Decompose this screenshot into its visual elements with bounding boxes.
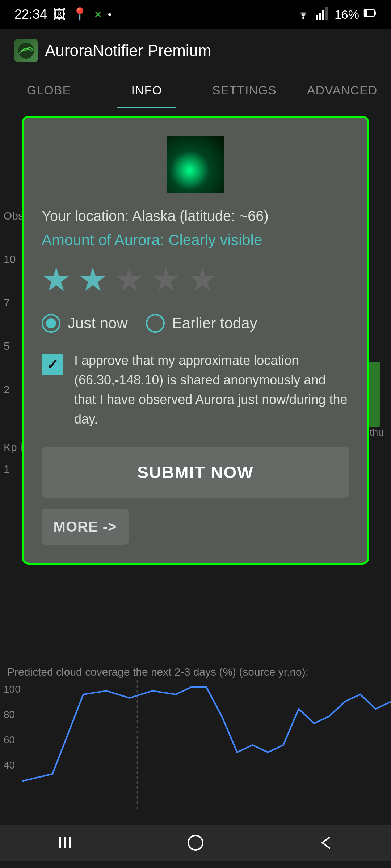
radio-earlier-today[interactable]: Earlier today <box>146 314 257 333</box>
cloud-y-100: 100 <box>4 684 21 695</box>
aurora-thumbnail <box>167 136 224 193</box>
consent-checkbox-row: ✓ I approve that my approximate location… <box>42 351 349 429</box>
svg-point-0 <box>302 17 304 19</box>
thu-label: thu <box>370 427 384 438</box>
star-3[interactable]: ★ <box>115 263 144 296</box>
star-rating[interactable]: ★ ★ ★ ★ ★ <box>42 263 349 296</box>
kp-value-1: 1 <box>4 463 10 475</box>
tab-advanced[interactable]: ADVANCED <box>293 72 391 108</box>
status-bar: 22:34 🖼 📍 ✕ • 16% <box>0 0 391 29</box>
svg-rect-2 <box>319 13 321 20</box>
signal-icon <box>316 7 330 22</box>
y-label-7: 7 <box>4 297 10 309</box>
tab-info[interactable]: INFO <box>98 72 196 108</box>
y-label-2: 2 <box>4 383 10 396</box>
cloud-coverage-section: Predicted cloud coverage the next 2-3 da… <box>0 662 391 810</box>
dot-indicator: • <box>108 9 112 20</box>
svg-rect-4 <box>325 7 328 20</box>
svg-rect-17 <box>188 835 203 850</box>
nav-recents-button[interactable] <box>43 828 87 857</box>
wifi-icon <box>295 7 311 22</box>
aurora-amount-label: Amount of Aurora: <box>42 231 164 248</box>
battery-percent: 16% <box>335 8 359 22</box>
consent-checkbox[interactable]: ✓ <box>42 354 63 375</box>
nav-home-button[interactable] <box>174 828 217 857</box>
consent-text: I approve that my approximate location (… <box>74 351 349 429</box>
aurora-amount-value: Clearly visible <box>168 231 262 248</box>
y-label-obs: Obs <box>4 210 24 222</box>
cloud-coverage-text: Predicted cloud coverage the next 2-3 da… <box>0 662 391 680</box>
svg-rect-6 <box>374 11 376 15</box>
svg-rect-3 <box>322 10 324 20</box>
time-display: 22:34 <box>14 7 47 22</box>
location-text: Your location: Alaska (latitude: ~66) <box>42 208 349 224</box>
radio-just-now-circle[interactable] <box>42 314 60 333</box>
star-2[interactable]: ★ <box>78 263 108 296</box>
cloud-chart: 100 80 60 40 <box>0 680 391 810</box>
status-left: 22:34 🖼 📍 ✕ • <box>14 7 112 22</box>
submit-button[interactable]: SUBMIT NOW <box>42 447 349 498</box>
tab-settings[interactable]: SETTINGS <box>196 72 293 108</box>
radio-earlier-today-circle[interactable] <box>146 314 165 333</box>
checkmark-icon: ✓ <box>46 356 59 373</box>
kp-label: Kp i <box>4 441 22 454</box>
tab-globe[interactable]: GLOBE <box>0 72 98 108</box>
location-icon: 📍 <box>72 7 88 22</box>
star-1[interactable]: ★ <box>42 263 71 296</box>
svg-rect-1 <box>316 15 318 20</box>
cloud-y-60: 60 <box>4 734 15 746</box>
status-right: 16% <box>295 7 377 22</box>
aurora-observation-dialog: Your location: Alaska (latitude: ~66) Am… <box>22 116 369 565</box>
cloud-y-40: 40 <box>4 760 15 771</box>
time-radio-group: Just now Earlier today <box>42 314 349 333</box>
navigation-bar <box>0 825 391 861</box>
radio-just-now[interactable]: Just now <box>42 314 128 333</box>
y-label-5: 5 <box>4 340 10 352</box>
cloud-chart-svg <box>22 680 391 810</box>
app-icon-small: ✕ <box>94 9 102 21</box>
svg-rect-15 <box>64 837 66 848</box>
radio-just-now-label: Just now <box>68 315 128 332</box>
svg-rect-14 <box>59 837 61 848</box>
star-5[interactable]: ★ <box>188 263 217 296</box>
svg-rect-16 <box>69 837 71 848</box>
app-title: AuroraNotifier Premium <box>45 42 211 60</box>
cloud-y-80: 80 <box>4 709 15 720</box>
nav-back-button[interactable] <box>304 828 348 857</box>
app-logo <box>14 39 38 62</box>
y-label-10: 10 <box>4 253 16 265</box>
photo-icon: 🖼 <box>53 7 66 22</box>
tab-bar: GLOBE INFO SETTINGS ADVANCED <box>0 72 391 109</box>
star-4[interactable]: ★ <box>151 263 181 296</box>
more-button[interactable]: MORE -> <box>42 509 129 545</box>
radio-earlier-today-label: Earlier today <box>172 315 257 332</box>
svg-rect-7 <box>365 10 367 16</box>
aurora-amount: Amount of Aurora: Clearly visible <box>42 231 349 249</box>
app-bar: AuroraNotifier Premium <box>0 29 391 72</box>
battery-icon <box>363 7 377 22</box>
